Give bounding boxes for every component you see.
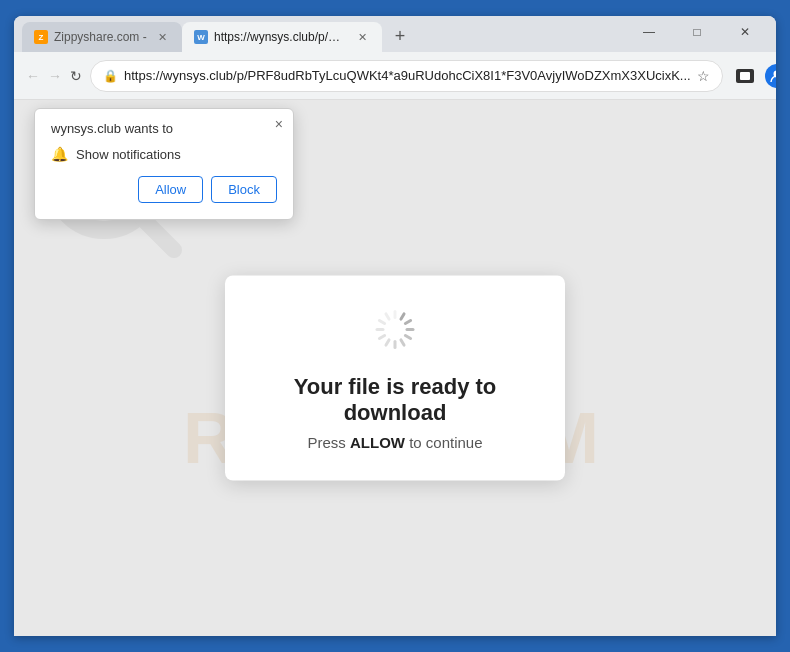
download-subtitle-end: to continue bbox=[405, 434, 483, 451]
svg-line-12 bbox=[379, 321, 384, 324]
lock-icon: 🔒 bbox=[103, 69, 118, 83]
profile-avatar bbox=[765, 64, 776, 88]
toolbar-actions: ⋮ bbox=[731, 62, 776, 90]
bell-icon: 🔔 bbox=[51, 146, 68, 162]
svg-line-13 bbox=[386, 314, 389, 319]
page-content: PC RISK.COM × wynsys.club wants to 🔔 Sho… bbox=[14, 100, 776, 636]
tab-label-wynsys: https://wynsys.club/p/PRF8udRb bbox=[214, 30, 348, 44]
download-subtitle-plain: Press bbox=[307, 434, 350, 451]
bookmark-star-icon[interactable]: ☆ bbox=[697, 68, 710, 84]
popup-notification-item: 🔔 Show notifications bbox=[51, 146, 277, 162]
tab-favicon-wynsys: W bbox=[194, 30, 208, 44]
popup-item-label: Show notifications bbox=[76, 147, 181, 162]
download-title: Your file is ready to download bbox=[265, 374, 525, 426]
browser-window: Z Zippyshare.com - ✕ W https://wynsys.cl… bbox=[14, 16, 776, 636]
svg-line-10 bbox=[379, 336, 384, 339]
address-text: https://wynsys.club/p/PRF8udRbTyLcuQWKt4… bbox=[124, 68, 691, 83]
window-controls: — □ ✕ bbox=[626, 18, 768, 46]
maximize-button[interactable]: □ bbox=[674, 18, 720, 46]
extensions-button[interactable] bbox=[731, 62, 759, 90]
loading-spinner bbox=[371, 306, 419, 354]
download-subtitle-bold: ALLOW bbox=[350, 434, 405, 451]
back-button[interactable]: ← bbox=[26, 62, 40, 90]
svg-line-15 bbox=[401, 314, 404, 319]
profile-button[interactable] bbox=[763, 62, 776, 90]
tab-favicon-zippyshare: Z bbox=[34, 30, 48, 44]
minimize-button[interactable]: — bbox=[626, 18, 672, 46]
tab-wynsys[interactable]: W https://wynsys.club/p/PRF8udRb ✕ bbox=[182, 22, 382, 52]
popup-title: wynsys.club wants to bbox=[51, 121, 277, 136]
svg-line-2 bbox=[140, 216, 174, 250]
tab-label-zippyshare: Zippyshare.com - bbox=[54, 30, 148, 44]
toolbar: ← → ↻ 🔒 https://wynsys.club/p/PRF8udRbTy… bbox=[14, 52, 776, 100]
svg-line-4 bbox=[405, 321, 410, 324]
forward-button[interactable]: → bbox=[48, 62, 62, 90]
address-bar[interactable]: 🔒 https://wynsys.club/p/PRF8udRbTyLcuQWK… bbox=[90, 60, 723, 92]
title-bar: Z Zippyshare.com - ✕ W https://wynsys.cl… bbox=[14, 16, 776, 52]
block-button[interactable]: Block bbox=[211, 176, 277, 203]
reload-button[interactable]: ↻ bbox=[70, 62, 82, 90]
popup-buttons: Allow Block bbox=[51, 176, 277, 203]
svg-line-6 bbox=[405, 336, 410, 339]
svg-line-7 bbox=[401, 340, 404, 345]
svg-line-9 bbox=[386, 340, 389, 345]
close-button[interactable]: ✕ bbox=[722, 18, 768, 46]
popup-close-button[interactable]: × bbox=[275, 117, 283, 131]
download-card: Your file is ready to download Press ALL… bbox=[225, 276, 565, 481]
tab-close-zippyshare[interactable]: ✕ bbox=[154, 29, 170, 45]
notification-popup: × wynsys.club wants to 🔔 Show notificati… bbox=[34, 108, 294, 220]
allow-button[interactable]: Allow bbox=[138, 176, 203, 203]
tab-zippyshare[interactable]: Z Zippyshare.com - ✕ bbox=[22, 22, 182, 52]
download-subtitle: Press ALLOW to continue bbox=[265, 434, 525, 451]
tab-close-wynsys[interactable]: ✕ bbox=[354, 29, 370, 45]
new-tab-button[interactable]: + bbox=[386, 22, 414, 50]
